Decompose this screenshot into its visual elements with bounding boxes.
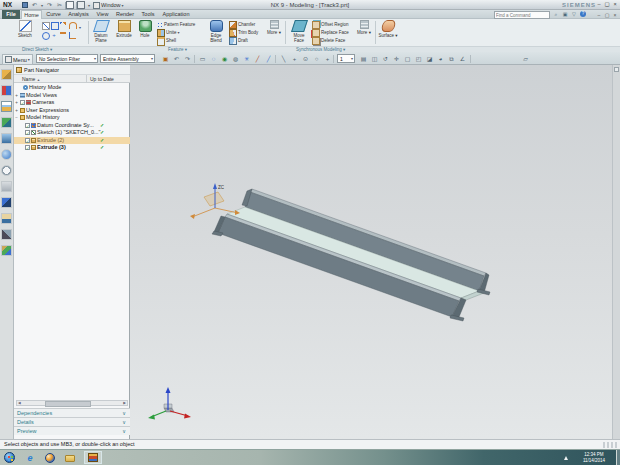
user-icon[interactable]: ▽ bbox=[571, 11, 577, 17]
sketch-checkbox[interactable]: ✓ bbox=[25, 130, 30, 135]
navigator-horizontal-scrollbar[interactable]: ◀ ▶ bbox=[16, 400, 128, 406]
trim-body-button[interactable]: Trim Body bbox=[229, 29, 258, 37]
viewport-canvas[interactable]: ZC bbox=[130, 65, 612, 439]
tab-home[interactable]: Home bbox=[21, 10, 42, 19]
rectangle-icon[interactable] bbox=[51, 22, 59, 30]
window-cascade-icon[interactable]: ⧉ bbox=[446, 54, 457, 65]
search-icon[interactable]: ⌕ bbox=[553, 11, 559, 17]
snap-end-point-icon[interactable]: ╱ bbox=[252, 54, 263, 65]
profile-icon[interactable] bbox=[60, 22, 66, 28]
doc-minimize-button[interactable]: – bbox=[596, 12, 602, 18]
section-dependencies[interactable]: Dependencies ∨ bbox=[14, 408, 130, 417]
column-name[interactable]: Name ▲ bbox=[22, 76, 40, 82]
fit-view-icon[interactable]: ◰ bbox=[413, 54, 424, 65]
snap-mid-point-icon[interactable]: ╱ bbox=[263, 54, 274, 65]
sketch-tools-more-icon[interactable]: ▾ bbox=[79, 25, 81, 30]
snap-existing-point-icon[interactable]: + bbox=[322, 54, 333, 65]
rotate-view-icon[interactable]: ↺ bbox=[380, 54, 391, 65]
file-explorer-icon[interactable] bbox=[64, 452, 76, 464]
work-layer-box[interactable]: 1 ▾ bbox=[337, 54, 355, 63]
tab-curve[interactable]: Curve bbox=[43, 10, 64, 19]
expand-icon[interactable]: + bbox=[14, 92, 19, 99]
touch-mode-panel-icon[interactable] bbox=[1, 245, 12, 256]
tree-row-datum-csys[interactable]: ✓ Datum Coordinate Sy... ✓ bbox=[14, 122, 130, 129]
status-resize-grip[interactable] bbox=[603, 442, 617, 448]
snap-point-toggle-icon[interactable]: ✳ bbox=[241, 54, 252, 65]
pan-view-icon[interactable]: ✛ bbox=[391, 54, 402, 65]
zoom-view-icon[interactable]: ▢ bbox=[402, 54, 413, 65]
datum-plane-button[interactable]: Datum Plane bbox=[90, 20, 112, 43]
constraint-navigator-icon[interactable] bbox=[1, 85, 12, 96]
move-face-button[interactable]: Move Face bbox=[288, 20, 310, 43]
trim-curve-icon[interactable] bbox=[60, 32, 66, 38]
scroll-left-icon[interactable]: ◀ bbox=[18, 401, 21, 405]
clear-selection-icon[interactable]: ↷ bbox=[182, 54, 193, 65]
tab-analysis[interactable]: Analysis bbox=[65, 10, 92, 19]
close-button[interactable]: × bbox=[612, 1, 618, 8]
section-preview[interactable]: Preview ∨ bbox=[14, 426, 130, 435]
manage-environment-icon[interactable] bbox=[1, 197, 12, 208]
system-scenes-icon[interactable] bbox=[1, 229, 12, 240]
channel-part[interactable] bbox=[212, 189, 490, 321]
hole-button[interactable]: Hole bbox=[136, 20, 154, 38]
restore-button[interactable]: ▢ bbox=[604, 1, 610, 8]
circle-icon[interactable] bbox=[42, 32, 50, 40]
previous-selection-icon[interactable]: ↶ bbox=[171, 54, 182, 65]
start-button[interactable] bbox=[4, 452, 15, 463]
expand-icon[interactable]: + bbox=[14, 99, 19, 106]
section-details[interactable]: Details ∨ bbox=[14, 417, 130, 426]
orient-view-icon[interactable]: ◪ bbox=[424, 54, 435, 65]
feature-more-button[interactable]: More ▾ bbox=[266, 20, 282, 35]
tree-row-cameras[interactable]: + ✓ Cameras bbox=[14, 99, 130, 106]
lasso-select-icon[interactable]: ◌ bbox=[208, 54, 219, 65]
tree-row-model-history[interactable]: − Model History bbox=[14, 114, 130, 121]
tree-row-history-mode[interactable]: History Mode bbox=[14, 84, 130, 91]
fillet-curve-icon[interactable] bbox=[69, 32, 76, 39]
assembly-navigator-icon[interactable] bbox=[1, 69, 12, 80]
tree-row-extrude-3[interactable]: ✓ Extrude (3) ✓ bbox=[14, 144, 130, 151]
extrude-button[interactable]: Extrude bbox=[114, 20, 134, 38]
delete-face-button[interactable]: Delete Face bbox=[312, 37, 345, 45]
shaded-view-icon[interactable]: ◉ bbox=[219, 54, 230, 65]
show-desktop-button[interactable] bbox=[616, 450, 620, 465]
minimize-button[interactable]: – bbox=[596, 1, 602, 8]
point-icon[interactable]: + bbox=[51, 32, 57, 38]
extrude-2-checkbox[interactable]: ✓ bbox=[25, 138, 30, 143]
surface-button[interactable]: Surface ▾ bbox=[378, 20, 398, 38]
internet-explorer-icon[interactable]: e bbox=[24, 452, 36, 464]
draft-button[interactable]: Draft bbox=[229, 37, 248, 45]
chamfer-button[interactable]: Chamfer bbox=[229, 21, 255, 29]
tree-row-user-expressions[interactable]: + User Expressions bbox=[14, 107, 130, 114]
scroll-right-icon[interactable]: ▶ bbox=[123, 401, 126, 405]
snap-control-point-icon[interactable]: ╲ bbox=[278, 54, 289, 65]
full-screen-icon[interactable]: ▣ bbox=[562, 11, 568, 17]
selection-filter-combo[interactable]: No Selection Filter ▾ bbox=[36, 54, 98, 63]
collapse-icon[interactable]: − bbox=[14, 114, 19, 121]
taskbar-clock[interactable]: 12:34 PM 11/14/2014 bbox=[574, 452, 614, 463]
full-screen-toggle-icon[interactable] bbox=[614, 67, 619, 72]
wireframe-view-icon[interactable]: ◍ bbox=[230, 54, 241, 65]
tree-row-sketch-1[interactable]: ✓ Sketch (1) "SKETCH_0..." ✓ bbox=[14, 129, 130, 136]
tray-expand-icon[interactable] bbox=[564, 456, 568, 460]
replace-face-button[interactable]: Replace Face bbox=[312, 29, 349, 37]
line-icon[interactable] bbox=[42, 22, 50, 30]
datum-csys-checkbox[interactable]: ✓ bbox=[25, 123, 30, 128]
tab-render[interactable]: Render bbox=[113, 10, 137, 19]
tree-row-extrude-2[interactable]: ✓ Extrude (2) ✓ bbox=[14, 137, 130, 144]
graphics-window[interactable]: ZC bbox=[130, 65, 612, 439]
immersive-view-icon[interactable]: ◫ bbox=[369, 54, 380, 65]
hd3d-tools-icon[interactable] bbox=[1, 133, 12, 144]
cameras-checkbox[interactable]: ✓ bbox=[20, 100, 25, 105]
web-browser-icon[interactable] bbox=[1, 149, 12, 160]
show-hide-icon[interactable]: ▤ bbox=[358, 54, 369, 65]
edge-blend-button[interactable]: Edge Blend bbox=[205, 20, 227, 43]
help-icon[interactable]: ? bbox=[580, 11, 586, 17]
sync-more-button[interactable]: More ▾ bbox=[356, 20, 372, 35]
snap-arc-center-icon[interactable]: ⊙ bbox=[300, 54, 311, 65]
offset-region-button[interactable]: Offset Region bbox=[312, 21, 348, 29]
history-icon[interactable] bbox=[1, 165, 12, 176]
highlight-selection-icon[interactable]: ▣ bbox=[160, 54, 171, 65]
extrude-3-checkbox[interactable]: ✓ bbox=[25, 145, 30, 150]
scrollbar-thumb[interactable] bbox=[45, 401, 91, 407]
tree-row-model-views[interactable]: + Model Views bbox=[14, 92, 130, 99]
